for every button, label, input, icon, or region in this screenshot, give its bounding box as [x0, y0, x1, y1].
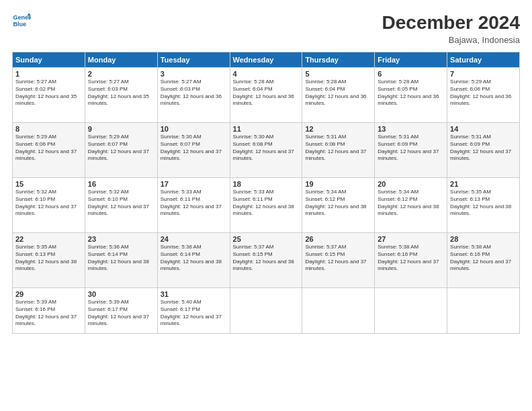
table-row: [447, 288, 520, 334]
day-number: 5: [305, 70, 371, 78]
table-row: 31Sunrise: 5:40 AMSunset: 6:17 PMDayligh…: [157, 288, 230, 334]
day-info: Sunrise: 5:34 AMSunset: 6:12 PMDaylight:…: [378, 189, 444, 218]
day-info: Sunrise: 5:28 AMSunset: 6:04 PMDaylight:…: [305, 79, 371, 107]
day-number: 11: [233, 125, 300, 133]
col-monday: Monday: [85, 52, 157, 68]
title-block: December 2024 Bajawa, Indonesia: [382, 12, 520, 45]
day-info: Sunrise: 5:38 AMSunset: 6:16 PMDaylight:…: [378, 244, 444, 273]
col-saturday: Saturday: [447, 52, 520, 68]
day-number: 7: [450, 70, 517, 78]
day-info: Sunrise: 5:39 AMSunset: 6:17 PMDaylight:…: [88, 299, 154, 328]
table-row: 2Sunrise: 5:27 AMSunset: 6:03 PMDaylight…: [85, 68, 157, 123]
table-row: 24Sunrise: 5:36 AMSunset: 6:14 PMDayligh…: [157, 233, 230, 288]
table-row: 20Sunrise: 5:34 AMSunset: 6:12 PMDayligh…: [375, 178, 447, 233]
day-info: Sunrise: 5:39 AMSunset: 6:16 PMDaylight:…: [15, 299, 82, 328]
svg-text:Blue: Blue: [13, 21, 26, 28]
subtitle: Bajawa, Indonesia: [382, 35, 520, 45]
day-number: 27: [378, 235, 444, 243]
table-row: 5Sunrise: 5:28 AMSunset: 6:04 PMDaylight…: [302, 68, 375, 123]
table-row: 6Sunrise: 5:28 AMSunset: 6:05 PMDaylight…: [375, 68, 447, 123]
day-number: 6: [378, 70, 444, 78]
day-info: Sunrise: 5:29 AMSunset: 6:06 PMDaylight:…: [450, 79, 517, 107]
col-wednesday: Wednesday: [230, 52, 302, 68]
day-number: 21: [450, 180, 517, 188]
day-info: Sunrise: 5:35 AMSunset: 6:13 PMDaylight:…: [15, 244, 82, 273]
logo-icon: General Blue: [12, 12, 31, 31]
table-row: 16Sunrise: 5:32 AMSunset: 6:10 PMDayligh…: [85, 178, 157, 233]
calendar-page: General Blue December 2024 Bajawa, Indon…: [0, 0, 532, 411]
day-info: Sunrise: 5:30 AMSunset: 6:08 PMDaylight:…: [233, 134, 300, 163]
day-number: 13: [378, 125, 444, 133]
day-info: Sunrise: 5:33 AMSunset: 6:11 PMDaylight:…: [161, 189, 227, 218]
col-thursday: Thursday: [302, 52, 375, 68]
table-row: 30Sunrise: 5:39 AMSunset: 6:17 PMDayligh…: [85, 288, 157, 334]
calendar-table: Sunday Monday Tuesday Wednesday Thursday…: [12, 52, 520, 334]
day-info: Sunrise: 5:27 AMSunset: 6:03 PMDaylight:…: [161, 79, 227, 107]
day-number: 24: [161, 235, 227, 243]
day-info: Sunrise: 5:36 AMSunset: 6:14 PMDaylight:…: [161, 244, 227, 273]
table-row: 10Sunrise: 5:30 AMSunset: 6:07 PMDayligh…: [157, 123, 230, 178]
day-number: 16: [88, 180, 154, 188]
day-number: 31: [161, 290, 227, 298]
table-row: 27Sunrise: 5:38 AMSunset: 6:16 PMDayligh…: [375, 233, 447, 288]
day-info: Sunrise: 5:30 AMSunset: 6:07 PMDaylight:…: [161, 134, 227, 163]
day-info: Sunrise: 5:31 AMSunset: 6:09 PMDaylight:…: [450, 134, 517, 163]
logo: General Blue: [12, 12, 31, 31]
day-info: Sunrise: 5:31 AMSunset: 6:08 PMDaylight:…: [305, 134, 371, 163]
table-row: 3Sunrise: 5:27 AMSunset: 6:03 PMDaylight…: [157, 68, 230, 123]
day-number: 14: [450, 125, 517, 133]
table-row: 17Sunrise: 5:33 AMSunset: 6:11 PMDayligh…: [157, 178, 230, 233]
table-row: [375, 288, 447, 334]
col-sunday: Sunday: [13, 52, 85, 68]
header-row: Sunday Monday Tuesday Wednesday Thursday…: [13, 52, 520, 68]
table-row: 14Sunrise: 5:31 AMSunset: 6:09 PMDayligh…: [447, 123, 520, 178]
table-row: [230, 288, 302, 334]
main-title: December 2024: [382, 12, 520, 34]
page-header: General Blue December 2024 Bajawa, Indon…: [12, 12, 520, 45]
table-row: 22Sunrise: 5:35 AMSunset: 6:13 PMDayligh…: [13, 233, 85, 288]
table-row: 11Sunrise: 5:30 AMSunset: 6:08 PMDayligh…: [230, 123, 302, 178]
day-number: 8: [15, 125, 82, 133]
day-info: Sunrise: 5:28 AMSunset: 6:05 PMDaylight:…: [378, 79, 444, 107]
day-number: 15: [15, 180, 82, 188]
day-info: Sunrise: 5:37 AMSunset: 6:15 PMDaylight:…: [233, 244, 300, 273]
day-number: 12: [305, 125, 371, 133]
table-row: 26Sunrise: 5:37 AMSunset: 6:15 PMDayligh…: [302, 233, 375, 288]
day-number: 23: [88, 235, 154, 243]
table-row: 29Sunrise: 5:39 AMSunset: 6:16 PMDayligh…: [13, 288, 85, 334]
day-number: 29: [15, 290, 82, 298]
day-info: Sunrise: 5:29 AMSunset: 6:07 PMDaylight:…: [88, 134, 154, 163]
day-info: Sunrise: 5:32 AMSunset: 6:10 PMDaylight:…: [88, 189, 154, 218]
day-number: 19: [305, 180, 371, 188]
day-number: 18: [233, 180, 300, 188]
day-number: 2: [88, 70, 154, 78]
day-info: Sunrise: 5:40 AMSunset: 6:17 PMDaylight:…: [161, 299, 227, 328]
day-info: Sunrise: 5:35 AMSunset: 6:13 PMDaylight:…: [450, 189, 517, 218]
day-info: Sunrise: 5:37 AMSunset: 6:15 PMDaylight:…: [305, 244, 371, 273]
day-info: Sunrise: 5:34 AMSunset: 6:12 PMDaylight:…: [305, 189, 371, 218]
day-number: 1: [15, 70, 82, 78]
day-info: Sunrise: 5:29 AMSunset: 6:06 PMDaylight:…: [15, 134, 82, 163]
table-row: 28Sunrise: 5:38 AMSunset: 6:16 PMDayligh…: [447, 233, 520, 288]
day-info: Sunrise: 5:32 AMSunset: 6:10 PMDaylight:…: [15, 189, 82, 218]
table-row: [302, 288, 375, 334]
table-row: 8Sunrise: 5:29 AMSunset: 6:06 PMDaylight…: [13, 123, 85, 178]
table-row: 23Sunrise: 5:36 AMSunset: 6:14 PMDayligh…: [85, 233, 157, 288]
day-number: 9: [88, 125, 154, 133]
day-number: 3: [161, 70, 227, 78]
table-row: 19Sunrise: 5:34 AMSunset: 6:12 PMDayligh…: [302, 178, 375, 233]
day-number: 26: [305, 235, 371, 243]
table-row: 12Sunrise: 5:31 AMSunset: 6:08 PMDayligh…: [302, 123, 375, 178]
day-number: 17: [161, 180, 227, 188]
table-row: 25Sunrise: 5:37 AMSunset: 6:15 PMDayligh…: [230, 233, 302, 288]
day-number: 28: [450, 235, 517, 243]
table-row: 9Sunrise: 5:29 AMSunset: 6:07 PMDaylight…: [85, 123, 157, 178]
day-number: 22: [15, 235, 82, 243]
table-row: 15Sunrise: 5:32 AMSunset: 6:10 PMDayligh…: [13, 178, 85, 233]
day-number: 20: [378, 180, 444, 188]
table-row: 21Sunrise: 5:35 AMSunset: 6:13 PMDayligh…: [447, 178, 520, 233]
day-info: Sunrise: 5:27 AMSunset: 6:03 PMDaylight:…: [88, 79, 154, 107]
col-tuesday: Tuesday: [157, 52, 230, 68]
day-info: Sunrise: 5:28 AMSunset: 6:04 PMDaylight:…: [233, 79, 300, 107]
col-friday: Friday: [375, 52, 447, 68]
